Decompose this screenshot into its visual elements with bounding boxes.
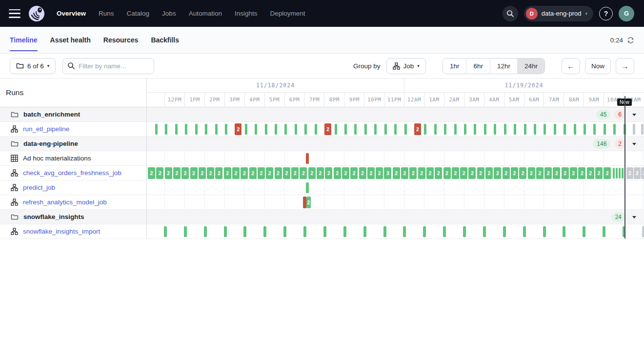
run-bar-success[interactable] (184, 226, 187, 237)
run-bar-success[interactable]: 2 (181, 167, 189, 179)
run-bar-success[interactable] (265, 124, 267, 135)
run-bar-success[interactable] (584, 124, 586, 135)
run-bar-success[interactable] (524, 124, 526, 135)
run-bar-success[interactable] (195, 124, 198, 135)
run-bar-success[interactable] (215, 124, 218, 135)
run-bar-success[interactable]: 3 (384, 167, 391, 179)
run-bar-future[interactable] (641, 124, 644, 135)
run-bar-success[interactable] (204, 226, 207, 237)
run-bar-success[interactable] (303, 226, 306, 237)
run-bar-success[interactable]: 2 (325, 167, 332, 179)
run-bar-success[interactable] (263, 226, 266, 237)
run-bar-success[interactable] (243, 226, 246, 237)
run-bar-success[interactable]: 2 (536, 167, 543, 179)
run-bar-success[interactable] (543, 124, 546, 135)
run-bar-success[interactable] (423, 226, 426, 237)
run-bar-success[interactable]: 2 (350, 167, 358, 179)
page-back-button[interactable]: ← (562, 58, 580, 74)
range-6hr[interactable]: 6hr (466, 59, 490, 74)
run-bar-success[interactable] (255, 124, 257, 135)
run-bar-success[interactable]: 2 (553, 167, 560, 179)
run-bar-success[interactable]: 2 (156, 167, 163, 179)
run-bar-success[interactable]: 2 (232, 167, 240, 179)
run-bar-success[interactable]: 2 (528, 167, 535, 179)
run-bar-success[interactable] (483, 226, 486, 237)
run-bar-success[interactable]: 2 (148, 167, 155, 179)
run-bar-success[interactable]: 2 (418, 167, 425, 179)
run-bar-success[interactable]: 2 (283, 167, 290, 179)
run-bar-success[interactable]: 2 (595, 167, 603, 179)
run-bar-success[interactable] (185, 124, 187, 135)
run-bar-success[interactable] (323, 226, 326, 237)
run-bar-success[interactable] (563, 226, 565, 237)
run-bar-success[interactable] (315, 124, 317, 135)
refresh-icon[interactable] (627, 37, 634, 44)
run-bar-success[interactable] (523, 226, 526, 237)
run-bar-success[interactable]: 2 (173, 167, 181, 179)
run-bar-success[interactable]: 2 (443, 167, 451, 179)
job-link[interactable]: check_avg_orders_freshness_job (23, 169, 121, 177)
run-bar-success[interactable] (534, 124, 536, 135)
run-bar-success[interactable]: 2 (190, 167, 198, 179)
tab-timeline[interactable]: Timeline (10, 27, 38, 53)
run-bar-success[interactable]: 2 (306, 197, 311, 208)
run-bar-failure[interactable]: 2 (414, 123, 421, 135)
filter-by-name-input[interactable] (62, 58, 154, 74)
search-button[interactable] (503, 6, 518, 21)
help-button[interactable]: ? (599, 7, 613, 20)
run-bar-future[interactable]: 2 (634, 167, 641, 179)
run-bar-success[interactable]: 2 (401, 167, 408, 179)
run-bar-success[interactable] (503, 226, 506, 237)
run-bar-success[interactable] (604, 124, 606, 135)
run-bar-success[interactable] (225, 124, 227, 135)
run-bar-success[interactable] (374, 124, 377, 135)
run-bar-success[interactable]: 2 (317, 167, 324, 179)
run-bar-success[interactable] (613, 168, 615, 179)
run-bar-success[interactable]: 2 (258, 167, 265, 179)
run-bar-success[interactable]: 2 (199, 167, 206, 179)
run-bar-success[interactable] (464, 124, 466, 135)
run-bar-success[interactable] (403, 226, 406, 237)
deployment-switcher[interactable]: D data-eng-prod ▾ (524, 6, 593, 21)
run-bar-success[interactable]: 2 (519, 167, 526, 179)
run-bar-success[interactable] (383, 226, 386, 237)
run-bar-success[interactable]: 2 (578, 167, 585, 179)
run-bar-failure[interactable] (306, 153, 309, 164)
run-bar-success[interactable] (284, 124, 287, 135)
run-bar-success[interactable]: 2 (494, 167, 501, 179)
tab-asset-health[interactable]: Asset health (50, 27, 91, 53)
run-bar-success[interactable]: 2 (477, 167, 484, 179)
run-bar-success[interactable]: 2 (376, 167, 383, 179)
run-bar-success[interactable] (354, 124, 357, 135)
run-bar-success[interactable] (306, 182, 309, 193)
run-bar-success[interactable] (304, 124, 307, 135)
run-bar-success[interactable]: 2 (367, 167, 375, 179)
collapse-caret-icon[interactable] (632, 114, 636, 116)
range-1hr[interactable]: 1hr (443, 59, 466, 74)
job-link[interactable]: predict_job (23, 184, 55, 191)
run-bar-success[interactable] (404, 124, 407, 135)
page-forward-button[interactable]: → (616, 58, 634, 74)
run-bar-failure[interactable] (303, 197, 306, 208)
run-bar-success[interactable] (363, 226, 366, 237)
run-bar-failure[interactable]: 2 (324, 123, 331, 135)
run-bar-success[interactable] (344, 124, 347, 135)
run-bar-future[interactable]: 2 (626, 167, 633, 179)
run-bar-failure[interactable]: 2 (235, 123, 242, 135)
run-bar-success[interactable] (564, 124, 566, 135)
run-bar-success[interactable]: 2 (308, 167, 316, 179)
run-bar-success[interactable] (583, 226, 585, 237)
run-bar-success[interactable] (364, 124, 367, 135)
collapse-caret-icon[interactable] (632, 216, 636, 219)
nav-item-catalog[interactable]: Catalog (127, 10, 150, 17)
run-bar-success[interactable] (619, 168, 621, 179)
nav-item-jobs[interactable]: Jobs (162, 10, 176, 17)
run-bar-success[interactable] (463, 226, 466, 237)
run-bar-success[interactable]: 2 (165, 167, 172, 179)
run-bar-success[interactable] (424, 124, 426, 135)
run-bar-success[interactable] (443, 226, 446, 237)
run-bar-success[interactable]: 2 (426, 167, 434, 179)
run-bar-success[interactable] (554, 124, 556, 135)
run-bar-success[interactable] (275, 124, 277, 135)
run-bar-success[interactable]: 2 (460, 167, 467, 179)
